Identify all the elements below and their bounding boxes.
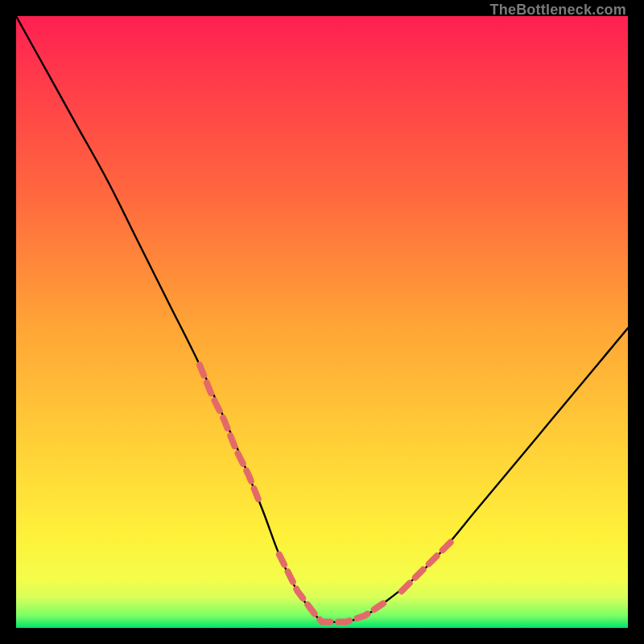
plot-area — [16, 16, 628, 628]
bottleneck-curve — [16, 16, 628, 622]
curve-layer — [16, 16, 628, 628]
chart-frame: TheBottleneck.com — [0, 0, 644, 644]
highlight-group — [200, 365, 451, 621]
main-curve-group — [16, 16, 628, 622]
highlight-valley — [279, 555, 383, 622]
